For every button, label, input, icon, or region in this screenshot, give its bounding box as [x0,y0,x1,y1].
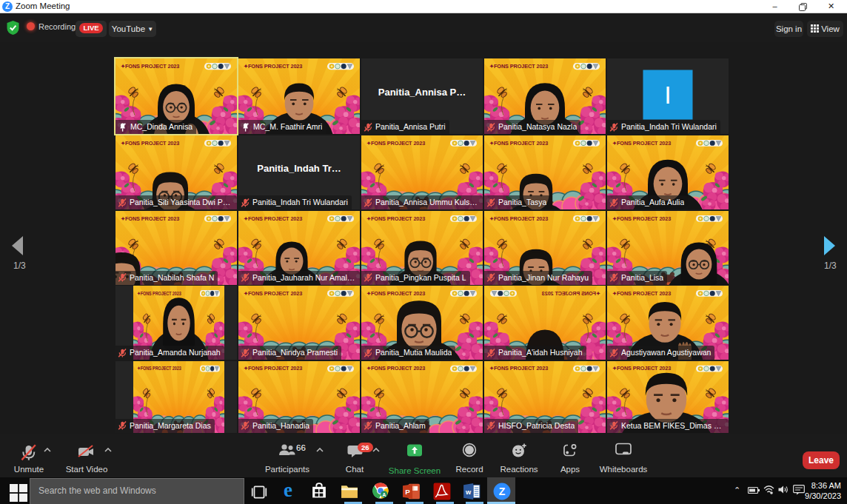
svg-text:w: w [465,488,472,496]
svg-text:P: P [405,488,410,496]
svg-text:A: A [382,492,386,497]
svg-text:Z: Z [499,485,506,497]
